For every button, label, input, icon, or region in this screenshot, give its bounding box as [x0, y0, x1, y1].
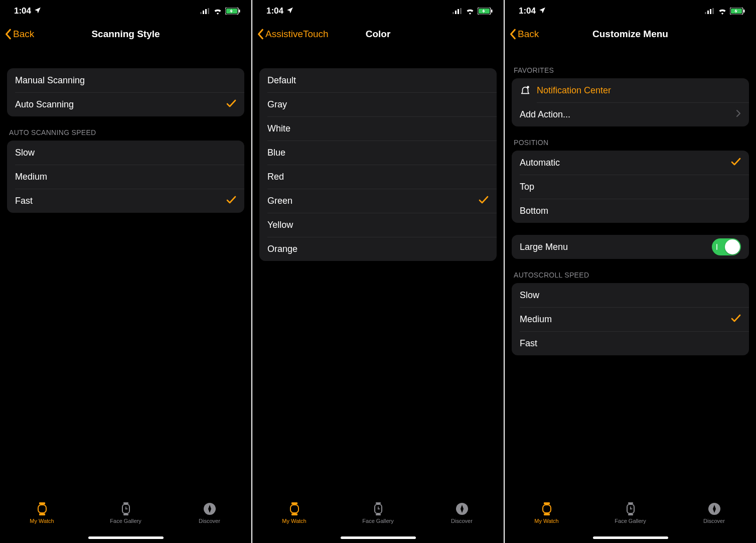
option-color-yellow[interactable]: Yellow [259, 213, 497, 237]
position-group: Automatic Top Bottom [512, 151, 749, 223]
cellular-icon [200, 8, 210, 14]
option-position-top[interactable]: Top [512, 175, 749, 199]
back-button[interactable]: Back [510, 29, 539, 40]
option-label: Default [267, 75, 489, 86]
option-position-automatic[interactable]: Automatic [512, 151, 749, 175]
location-icon [34, 6, 41, 16]
tab-label: My Watch [534, 518, 559, 524]
svg-rect-44 [543, 505, 551, 513]
option-color-blue[interactable]: Blue [259, 141, 497, 165]
battery-charging-icon [225, 8, 240, 15]
section-header-speed: AUTO SCANNING SPEED [9, 128, 242, 137]
wifi-icon [213, 8, 222, 15]
option-autoscroll-slow[interactable]: Slow [512, 283, 749, 307]
svg-rect-34 [705, 12, 706, 14]
svg-rect-10 [123, 502, 128, 504]
option-label: White [267, 123, 489, 134]
option-label: Orange [267, 244, 489, 254]
home-indicator[interactable] [341, 536, 416, 539]
face-gallery-icon [119, 502, 133, 516]
option-color-gray[interactable]: Gray [259, 92, 497, 116]
page-title: Scanning Style [91, 29, 160, 40]
tab-face-gallery[interactable]: Face Gallery [353, 502, 403, 524]
status-time: 1:04 [14, 6, 31, 16]
favorite-item-notification-center[interactable]: Notification Center [512, 78, 749, 102]
tab-label: Face Gallery [362, 518, 393, 524]
large-menu-group: Large Menu [512, 235, 749, 259]
option-color-red[interactable]: Red [259, 165, 497, 189]
scanning-speed-group: Slow Medium Fast [7, 141, 244, 213]
svg-point-41 [527, 86, 529, 88]
home-indicator[interactable] [88, 536, 164, 539]
option-position-bottom[interactable]: Bottom [512, 199, 749, 223]
tab-discover[interactable]: Discover [185, 502, 235, 524]
checkmark-icon [731, 156, 741, 169]
back-button[interactable]: AssistiveTouch [257, 29, 329, 40]
option-speed-medium[interactable]: Medium [7, 165, 244, 189]
large-menu-toggle[interactable] [712, 238, 741, 255]
tab-my-watch[interactable]: My Watch [17, 502, 67, 524]
svg-rect-17 [452, 12, 454, 14]
back-button[interactable]: Back [5, 29, 34, 40]
status-time: 1:04 [519, 6, 536, 16]
autoscroll-group: Slow Medium Fast [512, 283, 749, 355]
tab-discover[interactable]: Discover [689, 502, 739, 524]
checkmark-icon [731, 313, 741, 326]
large-menu-label: Large Menu [520, 242, 712, 252]
status-time: 1:04 [266, 6, 283, 16]
tab-face-gallery[interactable]: Face Gallery [606, 502, 656, 524]
option-autoscroll-medium[interactable]: Medium [512, 307, 749, 331]
option-auto-scanning[interactable]: Auto Scanning [7, 92, 244, 116]
option-label: Red [267, 172, 489, 182]
svg-rect-23 [491, 10, 493, 13]
phone-customize-menu: 1:04 Back Custo [505, 0, 756, 543]
svg-rect-45 [628, 502, 633, 504]
option-label: Automatic [520, 158, 731, 168]
option-label: Manual Scanning [15, 75, 236, 86]
tab-label: Face Gallery [110, 518, 141, 524]
svg-rect-37 [712, 8, 714, 14]
section-header-favorites: FAVORITES [514, 66, 747, 74]
svg-rect-25 [291, 513, 297, 515]
option-label: Green [267, 196, 479, 206]
svg-rect-40 [743, 10, 745, 13]
svg-rect-20 [460, 8, 462, 14]
status-bar: 1:04 [0, 0, 251, 22]
option-color-orange[interactable]: Orange [259, 237, 497, 261]
large-menu-row[interactable]: Large Menu [512, 235, 749, 259]
option-speed-slow[interactable]: Slow [7, 141, 244, 165]
chevron-left-icon [5, 29, 12, 40]
back-label: Back [518, 29, 539, 40]
tab-my-watch[interactable]: My Watch [522, 502, 572, 524]
option-color-white[interactable]: White [259, 116, 497, 141]
checkmark-icon [226, 194, 236, 207]
option-autoscroll-fast[interactable]: Fast [512, 331, 749, 355]
option-speed-fast[interactable]: Fast [7, 189, 244, 213]
svg-rect-18 [455, 11, 457, 14]
svg-rect-46 [628, 514, 633, 515]
svg-rect-43 [544, 513, 550, 515]
face-gallery-icon [371, 502, 385, 516]
option-color-green[interactable]: Green [259, 189, 497, 213]
wifi-icon [466, 8, 475, 15]
bell-icon [520, 85, 537, 96]
compass-icon [707, 502, 721, 516]
option-manual-scanning[interactable]: Manual Scanning [7, 68, 244, 92]
chevron-right-icon [736, 109, 741, 120]
location-icon [539, 6, 546, 16]
svg-rect-1 [203, 11, 204, 14]
tab-discover[interactable]: Discover [437, 502, 487, 524]
section-header-position: POSITION [514, 139, 747, 147]
home-indicator[interactable] [593, 536, 668, 539]
svg-rect-27 [376, 502, 381, 504]
cellular-icon [452, 8, 463, 14]
tab-my-watch[interactable]: My Watch [269, 502, 320, 524]
option-color-default[interactable]: Default [259, 68, 497, 92]
add-action-row[interactable]: Add Action... [512, 102, 749, 126]
svg-rect-7 [39, 502, 45, 504]
back-label: Back [13, 29, 34, 40]
color-group: Default Gray White Blue Red Green Yellow… [259, 68, 497, 261]
favorites-group: Notification Center Add Action... [512, 78, 749, 126]
cellular-icon [705, 8, 715, 14]
tab-face-gallery[interactable]: Face Gallery [101, 502, 151, 524]
